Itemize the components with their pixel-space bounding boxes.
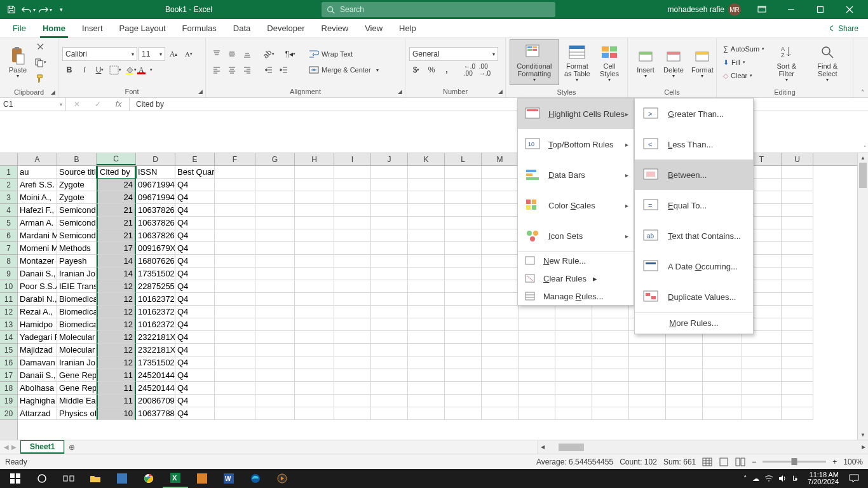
cell[interactable]	[334, 331, 371, 344]
cell[interactable]	[255, 369, 295, 382]
row-header[interactable]: 13	[0, 318, 17, 331]
cell[interactable]: Source title	[57, 166, 97, 179]
cell[interactable]: 10637788	[136, 407, 175, 420]
scroll-right-icon[interactable]: ▶	[859, 444, 868, 450]
cell[interactable]	[519, 407, 555, 420]
cell[interactable]: Attarzad	[18, 407, 57, 420]
cell[interactable]: 12	[97, 306, 136, 318]
cell[interactable]: 10637826	[136, 217, 175, 229]
cell[interactable]: Momeni M	[18, 242, 57, 255]
rtl-button[interactable]: ¶◂▾	[283, 47, 297, 61]
column-header-H[interactable]: H	[295, 153, 334, 165]
format-painter-button[interactable]	[33, 71, 47, 85]
cell[interactable]	[334, 242, 371, 255]
cancel-edit-icon[interactable]: ✕	[70, 98, 84, 111]
cell[interactable]: 24	[97, 191, 136, 204]
cell[interactable]	[482, 382, 519, 395]
start-button[interactable]	[3, 469, 28, 488]
share-button[interactable]: Share	[823, 22, 863, 36]
cell[interactable]: Middle Ea	[57, 395, 97, 407]
account-user[interactable]: mohadeseh rafie MR	[668, 3, 741, 16]
cell[interactable]	[295, 356, 334, 369]
cell[interactable]	[408, 204, 445, 217]
cell[interactable]	[742, 382, 782, 395]
cell[interactable]: IEIE Trans	[57, 280, 97, 293]
submenu-more-rules[interactable]: More Rules...	[635, 312, 753, 334]
cell[interactable]	[742, 356, 782, 369]
submenu-greater-than[interactable]: >Greater Than...	[635, 98, 753, 129]
wifi-icon[interactable]	[764, 475, 773, 483]
percent-button[interactable]: %	[424, 63, 438, 77]
cell[interactable]: 11	[97, 395, 136, 407]
tell-me-search[interactable]: Search	[322, 2, 555, 17]
insert-cells-button[interactable]: Insert▾	[632, 39, 660, 85]
cell[interactable]	[371, 356, 408, 369]
column-header-B[interactable]: B	[57, 153, 97, 165]
cell[interactable]	[782, 306, 813, 318]
delete-cells-button[interactable]: Delete▾	[660, 39, 688, 85]
cell[interactable]	[408, 280, 445, 293]
cell[interactable]	[295, 217, 334, 229]
cell[interactable]	[215, 306, 255, 318]
row-header[interactable]: 7	[0, 242, 17, 255]
cell[interactable]: Iranian Jo	[57, 268, 97, 280]
cell[interactable]: 12	[97, 356, 136, 369]
cell[interactable]	[371, 242, 408, 255]
cell[interactable]	[555, 382, 592, 395]
submenu-less-than[interactable]: <Less Than...	[635, 129, 753, 159]
view-normal-icon[interactable]	[702, 458, 712, 466]
cell[interactable]	[334, 382, 371, 395]
formula-input[interactable]: Cited by	[130, 98, 868, 111]
tab-page-layout[interactable]: Page Layout	[112, 19, 173, 38]
column-header-J[interactable]: J	[371, 153, 408, 165]
cell[interactable]: Majidzad	[18, 344, 57, 356]
cell[interactable]	[445, 306, 482, 318]
align-bottom-button[interactable]	[240, 47, 254, 61]
cell[interactable]: Mardani M	[18, 229, 57, 242]
submenu-text-contains[interactable]: abText that Contains...	[635, 220, 753, 251]
increase-font-button[interactable]: A▴	[166, 47, 180, 61]
cell[interactable]	[482, 217, 519, 229]
view-page-layout-icon[interactable]	[719, 458, 729, 466]
cell[interactable]	[629, 344, 666, 356]
tray-overflow-icon[interactable]: ˄	[743, 475, 747, 483]
cell[interactable]	[703, 395, 742, 407]
cell[interactable]	[334, 293, 371, 306]
bold-button[interactable]: B	[62, 63, 76, 77]
cell[interactable]: Best Quartile	[175, 166, 215, 179]
cell[interactable]: Semicond	[57, 229, 97, 242]
cell[interactable]	[371, 229, 408, 242]
cell[interactable]: Molecular	[57, 344, 97, 356]
cell[interactable]	[295, 369, 334, 382]
cell[interactable]	[295, 382, 334, 395]
cell[interactable]	[371, 166, 408, 179]
word-icon[interactable]: W	[216, 469, 241, 488]
cell[interactable]: Biomedica	[57, 293, 97, 306]
cell[interactable]	[371, 382, 408, 395]
cell[interactable]	[782, 395, 813, 407]
cell[interactable]: Q4	[175, 191, 215, 204]
cell[interactable]	[215, 268, 255, 280]
cell[interactable]	[482, 356, 519, 369]
cortana-icon[interactable]	[29, 469, 55, 488]
cell[interactable]: Zygote	[57, 191, 97, 204]
cell[interactable]	[519, 369, 555, 382]
cell[interactable]	[255, 344, 295, 356]
cell[interactable]: Hafezi F.,	[18, 204, 57, 217]
cell[interactable]	[482, 407, 519, 420]
cell[interactable]: 11	[97, 382, 136, 395]
cell[interactable]	[666, 344, 703, 356]
increase-indent-button[interactable]	[277, 63, 291, 77]
align-top-button[interactable]	[210, 47, 224, 61]
cell[interactable]: Biomedica	[57, 306, 97, 318]
sheet-nav-next-icon[interactable]: ▶	[11, 444, 17, 451]
cell[interactable]	[445, 204, 482, 217]
cell[interactable]	[782, 280, 813, 293]
cell[interactable]: 11	[97, 369, 136, 382]
cell[interactable]	[782, 344, 813, 356]
menu-manage-rules[interactable]: Manage Rules...	[518, 287, 634, 305]
merge-center-button[interactable]: Merge & Center▾	[306, 63, 381, 77]
cell[interactable]: 10637826	[136, 204, 175, 217]
row-header[interactable]: 4	[0, 204, 17, 217]
new-sheet-button[interactable]: ⊕	[64, 440, 78, 454]
